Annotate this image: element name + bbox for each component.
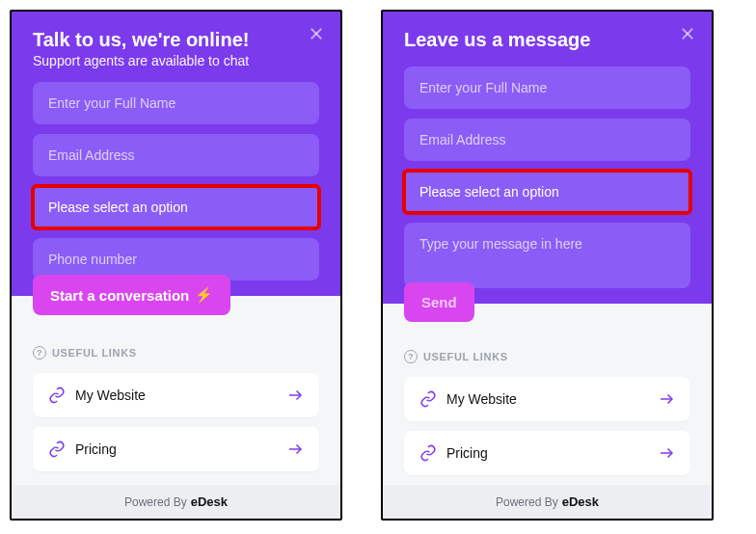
brand-logo: eDesk xyxy=(562,494,599,509)
widget-header: Leave us a message Please select an opti… xyxy=(383,12,712,304)
form-inputs: Please select an option xyxy=(404,67,690,288)
link-pricing[interactable]: Pricing xyxy=(404,431,690,475)
link-pricing[interactable]: Pricing xyxy=(33,427,319,471)
link-label: My Website xyxy=(446,391,648,407)
cta-row: Start a conversation ⚡ xyxy=(12,275,340,317)
link-icon xyxy=(48,387,66,404)
question-icon: ? xyxy=(404,350,418,363)
section-label-text: USEFUL LINKS xyxy=(52,347,137,359)
chat-widget-offline: Leave us a message Please select an opti… xyxy=(381,10,714,521)
link-icon xyxy=(419,444,437,462)
header-subtitle: Support agents are available to chat xyxy=(33,53,319,68)
header-title: Talk to us, we're online! xyxy=(33,29,319,51)
message-textarea[interactable] xyxy=(404,223,690,288)
email-input[interactable] xyxy=(33,134,319,176)
link-label: Pricing xyxy=(75,441,277,457)
section-label-text: USEFUL LINKS xyxy=(423,351,508,362)
useful-links-heading: ? USEFUL LINKS xyxy=(33,346,319,360)
question-icon: ? xyxy=(33,346,46,360)
arrow-right-icon xyxy=(658,444,675,462)
chat-widget-online: Talk to us, we're online! Support agents… xyxy=(10,10,342,521)
full-name-input[interactable] xyxy=(404,67,690,109)
cta-row: Send xyxy=(383,282,712,321)
brand-logo: eDesk xyxy=(191,494,228,509)
useful-links-heading: ? USEFUL LINKS xyxy=(404,350,690,363)
option-select[interactable]: Please select an option xyxy=(33,186,319,228)
close-icon[interactable] xyxy=(679,25,696,42)
powered-by-text: Powered By xyxy=(496,495,558,509)
widget-header: Talk to us, we're online! Support agents… xyxy=(12,12,340,296)
widget-footer: Powered By eDesk xyxy=(383,485,712,519)
close-icon[interactable] xyxy=(308,25,325,42)
link-label: Pricing xyxy=(446,445,648,461)
cta-label: Start a conversation xyxy=(50,287,189,304)
start-conversation-button[interactable]: Start a conversation ⚡ xyxy=(33,275,230,315)
arrow-right-icon xyxy=(286,441,304,458)
send-button[interactable]: Send xyxy=(404,282,474,322)
link-my-website[interactable]: My Website xyxy=(404,377,690,421)
select-label: Please select an option xyxy=(419,184,559,200)
option-select[interactable]: Please select an option xyxy=(404,171,690,213)
lightning-icon: ⚡ xyxy=(195,286,213,304)
arrow-right-icon xyxy=(658,390,675,408)
link-label: My Website xyxy=(75,387,277,403)
email-input[interactable] xyxy=(404,119,690,161)
form-inputs: Please select an option xyxy=(33,82,319,280)
link-my-website[interactable]: My Website xyxy=(33,373,319,417)
arrow-right-icon xyxy=(286,387,304,404)
link-icon xyxy=(419,390,437,408)
full-name-input[interactable] xyxy=(33,82,319,124)
cta-label: Send xyxy=(421,294,457,310)
widget-footer: Powered By eDesk xyxy=(12,485,340,519)
powered-by-text: Powered By xyxy=(124,495,187,509)
header-title: Leave us a message xyxy=(404,29,690,51)
select-label: Please select an option xyxy=(48,200,188,215)
widget-body: ? USEFUL LINKS My Website Pricing xyxy=(383,321,712,485)
widget-body: ? USEFUL LINKS My Website Pricing xyxy=(12,317,340,485)
link-icon xyxy=(48,441,66,458)
